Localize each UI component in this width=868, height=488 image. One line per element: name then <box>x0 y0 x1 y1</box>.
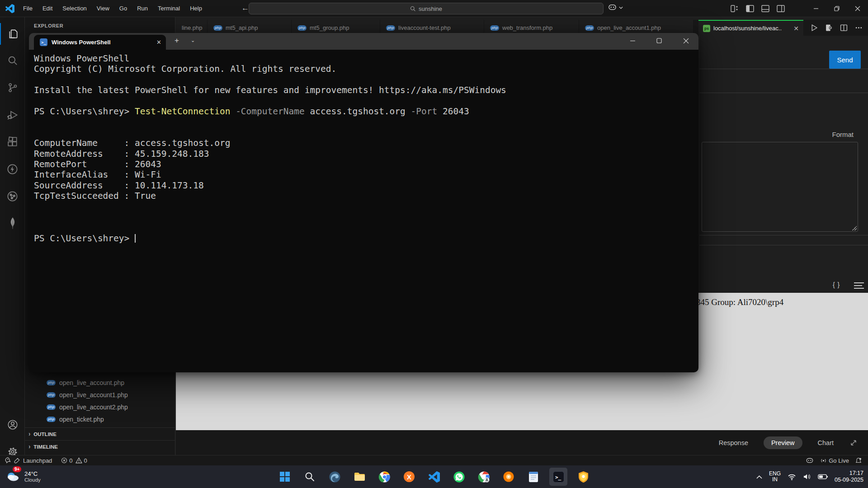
tab-label: web_transform.php <box>502 24 552 31</box>
menu-terminal[interactable]: Terminal <box>153 0 185 17</box>
close-terminal-tab-icon[interactable]: ✕ <box>156 39 161 46</box>
errors-status[interactable]: 0 <box>61 457 72 464</box>
tab-chart[interactable]: Chart <box>818 439 834 446</box>
command-center-search[interactable]: sunshine <box>249 3 604 14</box>
toggle-panel-icon[interactable] <box>761 4 770 13</box>
terminal-maximize-icon[interactable] <box>646 33 672 48</box>
weather-widget[interactable]: 9+ 24°C Cloudy <box>5 468 41 484</box>
request-body-textarea[interactable] <box>702 142 858 232</box>
php-file-icon: php <box>213 25 222 31</box>
launchpad-status[interactable]: Launchpad <box>23 457 52 464</box>
error-count: 0 <box>69 457 72 464</box>
taskbar-icon-shield-app[interactable] <box>574 468 592 486</box>
mongodb-icon[interactable] <box>0 212 25 234</box>
tab-label: open_live_account1.php <box>597 24 661 31</box>
terminal-titlebar[interactable]: >_ Windows PowerShell ✕ + ⌄ <box>29 33 698 50</box>
menu-view[interactable]: View <box>92 0 114 17</box>
taskbar-icon-search[interactable] <box>301 468 319 486</box>
search-sidebar-icon[interactable] <box>0 50 25 71</box>
file-item[interactable]: phpopen_live_account1.php <box>25 389 175 401</box>
tab-preview[interactable]: Preview <box>764 436 802 449</box>
menu-go[interactable]: Go <box>114 0 132 17</box>
format-json-icon[interactable]: { } <box>833 281 840 288</box>
run-play-icon[interactable] <box>810 24 818 32</box>
vscode-titlebar: FileEditSelectionViewGoRunTerminalHelp ←… <box>0 0 868 17</box>
php-file-icon: php <box>386 25 395 31</box>
menu-file[interactable]: File <box>18 0 38 17</box>
terminal-line: RemotePort : 26043 <box>34 159 506 169</box>
toggle-secondary-sidebar-icon[interactable] <box>776 4 785 13</box>
send-button[interactable]: Send <box>829 51 861 69</box>
tray-chevron-up-icon[interactable] <box>756 475 762 479</box>
timeline-section[interactable]: › TIMELINE <box>25 440 175 453</box>
taskbar-icon-notepad[interactable] <box>524 468 542 486</box>
request-url-row[interactable]: Send <box>699 36 868 69</box>
source-control-icon[interactable] <box>0 77 25 99</box>
weather-condition: Cloudy <box>24 477 41 483</box>
volume-icon[interactable] <box>803 473 811 480</box>
battery-icon[interactable] <box>818 474 828 479</box>
brush-icon <box>14 457 20 464</box>
taskbar-icon-whatsapp[interactable] <box>450 468 468 486</box>
copilot-icon <box>608 4 617 11</box>
account-icon[interactable] <box>0 414 25 436</box>
menu-help[interactable]: Help <box>185 0 207 17</box>
taskbar-icon-file-explorer[interactable] <box>350 468 368 486</box>
terminal-close-icon[interactable] <box>673 33 698 48</box>
taskbar-icon-chrome-profile[interactable] <box>475 468 493 486</box>
open-preview-icon[interactable] <box>825 24 833 32</box>
svg-text:>_: >_ <box>555 474 561 480</box>
command-segment: -Port <box>411 106 443 117</box>
go-live-status[interactable]: Go Live <box>820 457 849 464</box>
menu-selection[interactable]: Selection <box>57 0 91 17</box>
file-item[interactable]: phpopen_live_account2.php <box>25 401 175 413</box>
restore-icon[interactable] <box>826 0 847 17</box>
tab-response[interactable]: Response <box>719 439 748 446</box>
resize-grip[interactable] <box>852 226 857 230</box>
taskbar-icon-chrome[interactable] <box>375 468 393 486</box>
taskbar-icon-vscode[interactable] <box>425 468 443 486</box>
network-graph-icon[interactable] <box>0 185 25 207</box>
wifi-icon[interactable] <box>788 474 796 480</box>
warnings-status[interactable]: 0 <box>75 457 87 464</box>
more-actions-icon[interactable] <box>855 24 863 32</box>
minimize-icon[interactable] <box>806 0 826 17</box>
new-tab-icon[interactable]: + <box>175 36 179 45</box>
wrap-lines-icon[interactable] <box>854 282 864 291</box>
language-indicator[interactable]: ENG IN <box>769 471 781 483</box>
outline-section[interactable]: › OUTLINE <box>25 427 175 440</box>
tab-dropdown-icon[interactable]: ⌄ <box>191 38 195 43</box>
explorer-icon[interactable] <box>0 23 25 45</box>
bell-icon[interactable] <box>855 457 862 464</box>
terminal-tab-title: Windows PowerShell <box>52 39 111 46</box>
extensions-icon[interactable] <box>0 131 25 153</box>
thunder-client-icon[interactable] <box>0 158 25 180</box>
taskbar-icon-xampp[interactable]: X <box>400 468 418 486</box>
copilot-menu[interactable] <box>608 4 623 11</box>
tab-localhost-sunshine[interactable]: ps localhost/sunshine/liveac.. ✕ <box>698 20 803 36</box>
close-tab-icon[interactable]: ✕ <box>793 25 799 32</box>
toggle-sidebar-icon[interactable] <box>745 4 755 13</box>
tab-label: line.php <box>182 24 203 31</box>
file-item[interactable]: phpopen_ticket.php <box>25 413 175 425</box>
taskbar-icon-start[interactable] <box>276 468 294 486</box>
customize-layout-icon[interactable] <box>730 4 739 13</box>
menu-run[interactable]: Run <box>132 0 153 17</box>
terminal-minimize-icon[interactable] <box>620 33 645 48</box>
menu-edit[interactable]: Edit <box>38 0 57 17</box>
taskbar-icon-terminal[interactable]: >_ <box>549 468 567 486</box>
terminal-output[interactable]: Windows PowerShellCopyright (C) Microsof… <box>34 53 506 244</box>
warning-count: 0 <box>84 457 87 464</box>
prompt-text: PS C:\Users\shrey> <box>34 233 135 244</box>
copilot-status-icon[interactable] <box>806 457 814 464</box>
close-icon[interactable] <box>847 0 868 17</box>
run-debug-icon[interactable] <box>0 104 25 126</box>
file-item[interactable]: phpopen_live_account.php <box>25 376 175 389</box>
terminal-tab[interactable]: >_ Windows PowerShell ✕ <box>34 35 166 50</box>
taskbar-icon-edge[interactable] <box>326 468 344 486</box>
clock[interactable]: 17:17 05-09-2025 <box>835 470 863 483</box>
taskbar-icon-orange-app[interactable] <box>500 468 518 486</box>
back-arrow-icon[interactable]: ← <box>241 0 249 17</box>
split-editor-icon[interactable] <box>840 24 848 32</box>
expand-icon[interactable] <box>849 438 858 447</box>
